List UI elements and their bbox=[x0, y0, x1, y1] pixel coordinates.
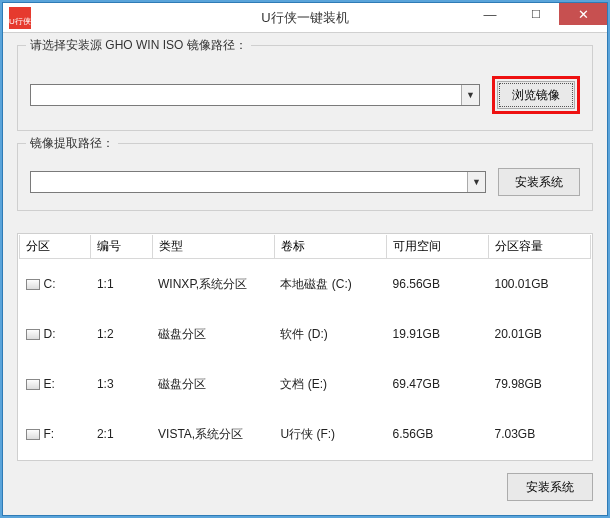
table-header-row: 分区 编号 类型 卷标 可用空间 分区容量 bbox=[20, 235, 591, 259]
chevron-down-icon[interactable]: ▼ bbox=[461, 85, 479, 105]
source-path-combo[interactable]: ▼ bbox=[30, 84, 480, 106]
source-path-value bbox=[31, 85, 461, 105]
install-button-top[interactable]: 安装系统 bbox=[498, 168, 580, 196]
drive-icon bbox=[26, 279, 40, 290]
col-label[interactable]: 卷标 bbox=[274, 235, 386, 259]
window: U行侠 U行侠一键装机 — ☐ ✕ 请选择安装源 GHO WIN ISO 镜像路… bbox=[2, 2, 608, 516]
maximize-button[interactable]: ☐ bbox=[513, 3, 559, 25]
browse-highlight: 浏览镜像 bbox=[492, 76, 580, 114]
titlebar: U行侠 U行侠一键装机 — ☐ ✕ bbox=[3, 3, 607, 33]
group-extract-legend: 镜像提取路径： bbox=[26, 135, 118, 152]
app-icon: U行侠 bbox=[9, 7, 31, 29]
col-type[interactable]: 类型 bbox=[152, 235, 274, 259]
table-row[interactable]: E:1:3磁盘分区文档 (E:)69.47GB79.98GB bbox=[20, 359, 591, 409]
chevron-down-icon[interactable]: ▼ bbox=[467, 172, 485, 192]
table-row[interactable]: C:1:1WINXP,系统分区本地磁盘 (C:)96.56GB100.01GB bbox=[20, 259, 591, 310]
client-area: 请选择安装源 GHO WIN ISO 镜像路径： ▼ 浏览镜像 镜像提取路径： … bbox=[3, 33, 607, 515]
group-extract: 镜像提取路径： ▼ 安装系统 bbox=[17, 143, 593, 211]
drive-icon bbox=[26, 379, 40, 390]
group-source: 请选择安装源 GHO WIN ISO 镜像路径： ▼ 浏览镜像 bbox=[17, 45, 593, 131]
col-free[interactable]: 可用空间 bbox=[387, 235, 489, 259]
col-capacity[interactable]: 分区容量 bbox=[489, 235, 591, 259]
group-source-legend: 请选择安装源 GHO WIN ISO 镜像路径： bbox=[26, 37, 251, 54]
window-controls: — ☐ ✕ bbox=[467, 3, 607, 32]
close-button[interactable]: ✕ bbox=[559, 3, 607, 25]
table-row[interactable]: D:1:2磁盘分区软件 (D:)19.91GB20.01GB bbox=[20, 310, 591, 360]
drive-icon bbox=[26, 329, 40, 340]
partition-table-wrap: 分区 编号 类型 卷标 可用空间 分区容量 C:1:1WINXP,系统分区本地磁… bbox=[17, 233, 593, 461]
minimize-button[interactable]: — bbox=[467, 3, 513, 25]
drive-icon bbox=[26, 429, 40, 440]
footer-row: 安装系统 bbox=[17, 471, 593, 501]
install-button-bottom[interactable]: 安装系统 bbox=[507, 473, 593, 501]
partition-table: 分区 编号 类型 卷标 可用空间 分区容量 C:1:1WINXP,系统分区本地磁… bbox=[19, 235, 591, 459]
extract-path-value bbox=[31, 172, 467, 192]
col-number[interactable]: 编号 bbox=[91, 235, 152, 259]
extract-path-combo[interactable]: ▼ bbox=[30, 171, 486, 193]
col-partition[interactable]: 分区 bbox=[20, 235, 91, 259]
browse-button[interactable]: 浏览镜像 bbox=[497, 81, 575, 109]
table-row[interactable]: F:2:1VISTA,系统分区U行侠 (F:)6.56GB7.03GB bbox=[20, 409, 591, 459]
